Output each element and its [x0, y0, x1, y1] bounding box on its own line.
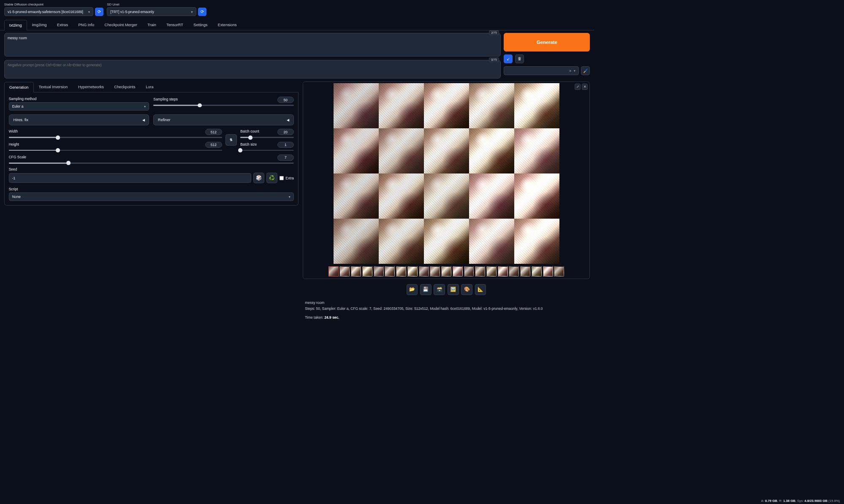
cfg-slider[interactable]: [9, 163, 294, 164]
tab-settings[interactable]: Settings: [188, 19, 213, 30]
generate-button[interactable]: Generate: [504, 33, 590, 51]
extra-seed-checkbox[interactable]: Extra: [280, 176, 294, 180]
gallery-image[interactable]: [469, 83, 514, 128]
gallery-thumb[interactable]: [532, 266, 542, 276]
batch-size-slider[interactable]: [240, 150, 294, 151]
gallery-thumb[interactable]: [385, 266, 395, 276]
edit-styles-button[interactable]: 🖌️: [581, 66, 590, 75]
random-seed-button[interactable]: 🎲: [253, 173, 264, 183]
width-value[interactable]: 512: [205, 129, 222, 135]
swap-dimensions-button[interactable]: ⇅: [225, 134, 237, 146]
gallery-image[interactable]: [379, 219, 424, 264]
tab-checkpoint-merger[interactable]: Checkpoint Merger: [99, 19, 142, 30]
styles-select[interactable]: × ▼: [504, 66, 578, 75]
refresh-checkpoint-button[interactable]: ⟳: [95, 8, 103, 16]
subtab-lora[interactable]: Lora: [141, 81, 159, 92]
gallery-thumb[interactable]: [441, 266, 451, 276]
gallery-thumb[interactable]: [374, 266, 384, 276]
checkpoint-select[interactable]: v1-5-pruned-emaonly.safetensors [6ce0161…: [4, 7, 93, 16]
sampling-steps-value[interactable]: 50: [277, 97, 294, 103]
gallery-image[interactable]: [514, 128, 559, 173]
gallery-image[interactable]: [424, 128, 469, 173]
save-button[interactable]: 💾: [420, 284, 431, 295]
batch-count-slider[interactable]: [240, 137, 294, 138]
clear-prompt-button[interactable]: 🗑: [515, 54, 524, 63]
tab-tensorrt[interactable]: TensorRT: [161, 19, 188, 30]
gallery-image[interactable]: [424, 173, 469, 219]
gallery-thumb[interactable]: [328, 266, 339, 276]
gallery-image[interactable]: [514, 83, 559, 128]
gallery-thumb[interactable]: [396, 266, 406, 276]
gallery-thumb[interactable]: [475, 266, 485, 276]
send-to-extras-button[interactable]: 📐: [475, 284, 486, 295]
sampling-method-select[interactable]: Euler a ▼: [9, 102, 149, 111]
subtab-generation[interactable]: Generation: [4, 82, 34, 92]
gallery-image[interactable]: [334, 219, 379, 264]
hires-fix-toggle[interactable]: Hires. fix ◀: [9, 114, 149, 125]
tab-train[interactable]: Train: [142, 19, 161, 30]
width-slider[interactable]: [9, 137, 222, 138]
save-zip-button[interactable]: 🗃️: [434, 284, 445, 295]
unet-select[interactable]: [TRT] v1-5-pruned-emaonly ▼: [107, 7, 196, 16]
gallery-image[interactable]: [334, 83, 379, 128]
height-value[interactable]: 512: [205, 142, 222, 148]
open-folder-button[interactable]: 📂: [407, 284, 418, 295]
tab-img2img[interactable]: img2img: [27, 19, 52, 30]
gallery-image[interactable]: [334, 173, 379, 219]
gallery-expand-button[interactable]: ⤢: [575, 84, 581, 89]
reuse-seed-button[interactable]: ♻️: [266, 173, 277, 183]
tab-txt2img[interactable]: txt2img: [4, 20, 27, 30]
batch-size-value[interactable]: 1: [277, 142, 294, 148]
gallery-thumb[interactable]: [486, 266, 497, 276]
gallery-thumb[interactable]: [520, 266, 530, 276]
clear-styles-icon[interactable]: ×: [569, 68, 572, 73]
gallery-thumb[interactable]: [351, 266, 361, 276]
batch-count-value[interactable]: 20: [277, 129, 294, 135]
send-to-inpaint-button[interactable]: 🎨: [461, 284, 472, 295]
sampling-steps-slider[interactable]: [153, 105, 294, 106]
tab-pnginfo[interactable]: PNG Info: [73, 19, 99, 30]
gallery-image[interactable]: [514, 173, 559, 219]
height-slider[interactable]: [9, 150, 222, 151]
gallery-thumb[interactable]: [362, 266, 372, 276]
gallery-image[interactable]: [424, 219, 469, 264]
prompt-input[interactable]: [4, 33, 501, 57]
subtab-hypernetworks[interactable]: Hypernetworks: [73, 81, 109, 92]
gallery-image[interactable]: [424, 83, 469, 128]
interrogate-button[interactable]: ↙: [504, 54, 513, 63]
gallery-image[interactable]: [379, 128, 424, 173]
tab-extensions[interactable]: Extensions: [213, 19, 242, 30]
folder-icon: 📂: [409, 287, 415, 292]
cfg-value[interactable]: 7: [277, 154, 294, 161]
subtab-checkpoints[interactable]: Checkpoints: [109, 81, 141, 92]
result-prompt: messy room: [305, 300, 588, 306]
gallery-thumb[interactable]: [509, 266, 519, 276]
gallery-thumb[interactable]: [419, 266, 429, 276]
gallery-image[interactable]: [469, 128, 514, 173]
output-gallery[interactable]: ⤢ ✕: [303, 81, 590, 279]
gallery-thumb[interactable]: [407, 266, 418, 276]
script-select[interactable]: None ▼: [9, 192, 294, 201]
seed-input[interactable]: [9, 173, 251, 183]
gallery-thumb[interactable]: [453, 266, 463, 276]
neg-prompt-token-count: 0/75: [489, 57, 499, 62]
gallery-image[interactable]: [379, 83, 424, 128]
gallery-image[interactable]: [334, 128, 379, 173]
gallery-image[interactable]: [469, 219, 514, 264]
refresh-unet-button[interactable]: ⟳: [198, 8, 206, 16]
gallery-image[interactable]: [514, 219, 559, 264]
gallery-close-button[interactable]: ✕: [582, 84, 588, 89]
gallery-thumb[interactable]: [543, 266, 553, 276]
gallery-thumb[interactable]: [339, 266, 350, 276]
send-to-img2img-button[interactable]: 🖼️: [448, 284, 459, 295]
gallery-thumb[interactable]: [464, 266, 474, 276]
negative-prompt-input[interactable]: [4, 60, 501, 79]
gallery-image[interactable]: [469, 173, 514, 219]
tab-extras[interactable]: Extras: [52, 19, 73, 30]
gallery-image[interactable]: [379, 173, 424, 219]
gallery-thumb[interactable]: [554, 266, 564, 276]
refiner-toggle[interactable]: Refiner ◀: [153, 114, 294, 125]
gallery-thumb[interactable]: [498, 266, 508, 276]
subtab-textual-inversion[interactable]: Textual Inversion: [34, 81, 73, 92]
gallery-thumb[interactable]: [430, 266, 440, 276]
